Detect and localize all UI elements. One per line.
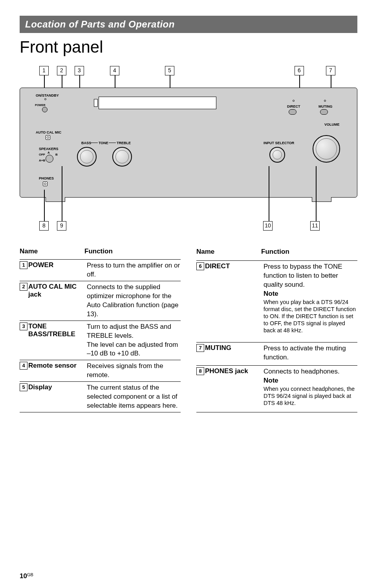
callout-4: 4 xyxy=(110,66,119,75)
treble-knob xyxy=(112,147,132,167)
part-name: TONE BASS/TREBLE xyxy=(28,322,79,338)
function-cell: Turn to adjust the BASS and TREBLE level… xyxy=(84,321,181,360)
part-name: Display xyxy=(28,383,79,391)
function-cell: Press to turn the amplifier on or off. xyxy=(84,260,181,281)
label-a: A xyxy=(48,151,50,154)
label-b: B xyxy=(55,153,58,156)
table-row: 6DIRECTPress to bypass the TONE function… xyxy=(196,260,357,342)
num-box: 1 xyxy=(20,261,27,269)
display-area xyxy=(99,97,216,109)
callout-2: 2 xyxy=(57,66,66,75)
num-box: 7 xyxy=(196,344,204,352)
table-row: 2AUTO CAL MIC jackConnects to the suppli… xyxy=(20,281,181,321)
num-box: 6 xyxy=(196,262,204,270)
label-bass: BASS xyxy=(81,141,91,145)
callout-11: 11 xyxy=(310,221,320,231)
callout-9: 9 xyxy=(57,221,66,231)
callout-7: 7 xyxy=(326,66,335,75)
function-cell: Receives signals from the remote. xyxy=(84,360,181,382)
callout-3: 3 xyxy=(75,66,84,75)
volume-knob xyxy=(313,135,340,163)
part-name: DIRECT xyxy=(205,262,256,270)
callout-1: 1 xyxy=(39,66,49,75)
num-box: 3 xyxy=(20,322,27,330)
page-title: Front panel xyxy=(20,38,357,57)
th-name: Name xyxy=(196,247,261,260)
function-cell: The current status of the selected compo… xyxy=(84,382,181,412)
table-row: 7MUTINGPress to activate the muting func… xyxy=(196,342,357,366)
remote-sensor xyxy=(94,99,98,107)
table-right: NameFunction 6DIRECTPress to bypass the … xyxy=(196,247,357,412)
table-row: 4Remote sensorReceives signals from the … xyxy=(20,360,181,382)
label-muting: MUTING xyxy=(318,104,333,108)
label-on-standby: ON/STANDBY xyxy=(36,93,59,97)
label-direct: DIRECT xyxy=(287,104,300,108)
section-header: Location of Parts and Operation xyxy=(20,16,357,33)
label-treble: TREBLE xyxy=(117,141,131,145)
label-auto-cal-mic: AUTO CAL MIC xyxy=(36,130,61,134)
function-cell: Press to bypass the TONE function to lis… xyxy=(261,260,357,342)
callout-5: 5 xyxy=(165,66,174,75)
th-function: Function xyxy=(84,247,181,260)
label-off: OFF xyxy=(39,153,45,156)
label-input-selector: INPUT SELECTOR xyxy=(264,141,294,145)
table-row: 8PHONES jackConnects to headphones.NoteW… xyxy=(196,366,357,412)
num-box: 8 xyxy=(196,367,204,375)
label-volume: VOLUME xyxy=(324,123,340,126)
function-tables: NameFunction 1POWERPress to turn the amp… xyxy=(20,247,357,412)
label-power: POWER xyxy=(35,104,45,106)
num-box: 2 xyxy=(20,283,27,291)
num-box: 4 xyxy=(20,362,27,370)
note-text: When you play back a DTS 96/24 format di… xyxy=(264,299,357,334)
amplifier-body: ON/STANDBY POWER DIRECT MUTING VOLUME AU… xyxy=(20,88,357,198)
label-speakers: SPEAKERS xyxy=(39,147,59,151)
note-label: Note xyxy=(264,376,357,385)
part-name: POWER xyxy=(28,261,79,269)
label-phones: PHONES xyxy=(39,176,54,180)
table-left: NameFunction 1POWERPress to turn the amp… xyxy=(20,247,181,412)
input-selector-knob xyxy=(269,147,285,163)
table-row: 5DisplayThe current status of the select… xyxy=(20,382,181,412)
function-cell: Connects to the supplied optimizer micro… xyxy=(84,281,181,321)
callout-6: 6 xyxy=(295,66,304,75)
front-panel-diagram: 1 2 3 4 5 6 7 ON/STANDBY POWER DIRECT MU… xyxy=(20,66,357,235)
part-name: PHONES jack xyxy=(205,367,256,375)
th-name: Name xyxy=(20,247,84,260)
callout-8: 8 xyxy=(39,221,49,231)
part-name: Remote sensor xyxy=(28,362,79,370)
function-cell: Connects to headphones.NoteWhen you conn… xyxy=(261,366,357,412)
bass-knob xyxy=(77,147,97,167)
table-row: 3TONE BASS/TREBLETurn to adjust the BASS… xyxy=(20,321,181,360)
table-row: 1POWERPress to turn the amplifier on or … xyxy=(20,260,181,281)
function-cell: Press to activate the muting function. xyxy=(261,342,357,366)
part-name: AUTO CAL MIC jack xyxy=(28,283,79,299)
part-name: MUTING xyxy=(205,344,256,352)
label-tone: TONE xyxy=(99,141,108,145)
callout-10: 10 xyxy=(263,221,273,231)
note-text: When you connect headphones, the DTS 96/… xyxy=(264,385,357,407)
label-ab: A+B xyxy=(39,159,45,162)
th-function: Function xyxy=(261,247,357,260)
num-box: 5 xyxy=(20,383,27,391)
note-label: Note xyxy=(264,289,357,299)
